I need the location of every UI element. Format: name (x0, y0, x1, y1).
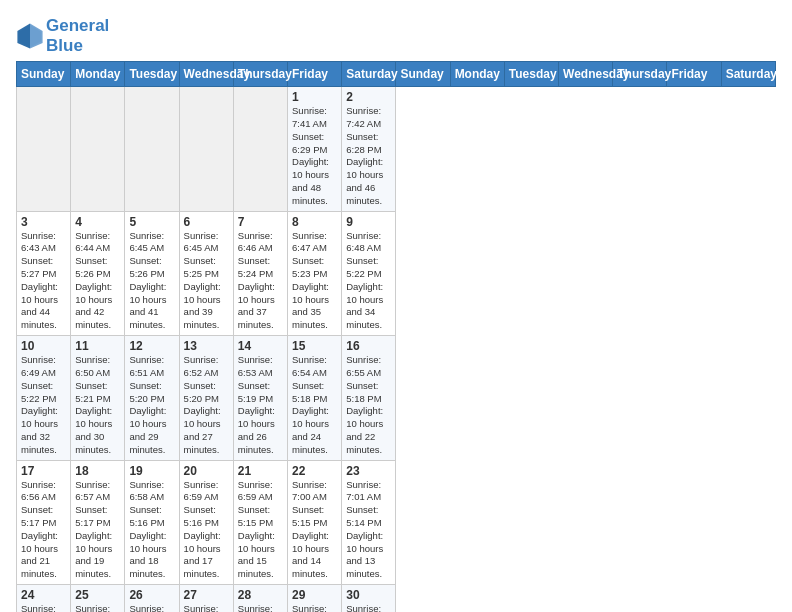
day-number: 8 (292, 215, 337, 229)
day-info: Sunrise: 7:07 AM Sunset: 5:13 PM Dayligh… (292, 603, 337, 612)
weekday-header: Monday (450, 62, 504, 87)
calendar-cell: 9Sunrise: 6:48 AM Sunset: 5:22 PM Daylig… (342, 211, 396, 336)
logo-icon (16, 22, 44, 50)
day-number: 3 (21, 215, 66, 229)
calendar-cell: 21Sunrise: 6:59 AM Sunset: 5:15 PM Dayli… (233, 460, 287, 585)
calendar-week-row: 1Sunrise: 7:41 AM Sunset: 6:29 PM Daylig… (17, 87, 776, 212)
day-number: 17 (21, 464, 66, 478)
calendar-header-row: SundayMondayTuesdayWednesdayThursdayFrid… (17, 62, 776, 87)
header: General Blue (16, 12, 776, 55)
calendar-cell: 10Sunrise: 6:49 AM Sunset: 5:22 PM Dayli… (17, 336, 71, 461)
calendar-cell: 16Sunrise: 6:55 AM Sunset: 5:18 PM Dayli… (342, 336, 396, 461)
day-number: 29 (292, 588, 337, 602)
day-info: Sunrise: 7:05 AM Sunset: 5:13 PM Dayligh… (184, 603, 229, 612)
day-number: 19 (129, 464, 174, 478)
calendar-cell: 30Sunrise: 7:08 AM Sunset: 5:13 PM Dayli… (342, 585, 396, 612)
day-info: Sunrise: 6:48 AM Sunset: 5:22 PM Dayligh… (346, 230, 391, 333)
day-number: 12 (129, 339, 174, 353)
day-number: 13 (184, 339, 229, 353)
weekday-header-tuesday: Tuesday (125, 62, 179, 87)
weekday-header: Thursday (613, 62, 667, 87)
calendar-cell: 3Sunrise: 6:43 AM Sunset: 5:27 PM Daylig… (17, 211, 71, 336)
weekday-header: Wednesday (559, 62, 613, 87)
day-number: 25 (75, 588, 120, 602)
calendar-week-row: 24Sunrise: 7:02 AM Sunset: 5:14 PM Dayli… (17, 585, 776, 612)
day-info: Sunrise: 6:52 AM Sunset: 5:20 PM Dayligh… (184, 354, 229, 457)
calendar-cell: 7Sunrise: 6:46 AM Sunset: 5:24 PM Daylig… (233, 211, 287, 336)
day-number: 5 (129, 215, 174, 229)
day-info: Sunrise: 7:06 AM Sunset: 5:13 PM Dayligh… (238, 603, 283, 612)
calendar-cell: 29Sunrise: 7:07 AM Sunset: 5:13 PM Dayli… (288, 585, 342, 612)
day-number: 23 (346, 464, 391, 478)
day-number: 27 (184, 588, 229, 602)
calendar-cell: 1Sunrise: 7:41 AM Sunset: 6:29 PM Daylig… (288, 87, 342, 212)
calendar-cell: 27Sunrise: 7:05 AM Sunset: 5:13 PM Dayli… (179, 585, 233, 612)
calendar-cell: 2Sunrise: 7:42 AM Sunset: 6:28 PM Daylig… (342, 87, 396, 212)
day-number: 6 (184, 215, 229, 229)
calendar-cell: 23Sunrise: 7:01 AM Sunset: 5:14 PM Dayli… (342, 460, 396, 585)
page-container: General Blue SundayMondayTuesdayWednesda… (0, 0, 792, 612)
day-info: Sunrise: 7:08 AM Sunset: 5:13 PM Dayligh… (346, 603, 391, 612)
day-info: Sunrise: 6:55 AM Sunset: 5:18 PM Dayligh… (346, 354, 391, 457)
day-info: Sunrise: 6:44 AM Sunset: 5:26 PM Dayligh… (75, 230, 120, 333)
day-number: 4 (75, 215, 120, 229)
calendar-cell: 18Sunrise: 6:57 AM Sunset: 5:17 PM Dayli… (71, 460, 125, 585)
weekday-header-friday: Friday (288, 62, 342, 87)
calendar-week-row: 17Sunrise: 6:56 AM Sunset: 5:17 PM Dayli… (17, 460, 776, 585)
calendar-table: SundayMondayTuesdayWednesdayThursdayFrid… (16, 61, 776, 612)
calendar-cell: 19Sunrise: 6:58 AM Sunset: 5:16 PM Dayli… (125, 460, 179, 585)
day-info: Sunrise: 7:03 AM Sunset: 5:14 PM Dayligh… (75, 603, 120, 612)
day-number: 21 (238, 464, 283, 478)
day-info: Sunrise: 6:50 AM Sunset: 5:21 PM Dayligh… (75, 354, 120, 457)
weekday-header: Friday (667, 62, 721, 87)
day-number: 18 (75, 464, 120, 478)
weekday-header: Saturday (721, 62, 775, 87)
svg-marker-2 (17, 23, 30, 48)
svg-marker-1 (30, 23, 43, 48)
weekday-header-monday: Monday (71, 62, 125, 87)
calendar-cell: 28Sunrise: 7:06 AM Sunset: 5:13 PM Dayli… (233, 585, 287, 612)
calendar-cell: 5Sunrise: 6:45 AM Sunset: 5:26 PM Daylig… (125, 211, 179, 336)
day-number: 14 (238, 339, 283, 353)
day-info: Sunrise: 6:58 AM Sunset: 5:16 PM Dayligh… (129, 479, 174, 582)
day-info: Sunrise: 7:01 AM Sunset: 5:14 PM Dayligh… (346, 479, 391, 582)
weekday-header-wednesday: Wednesday (179, 62, 233, 87)
day-info: Sunrise: 6:54 AM Sunset: 5:18 PM Dayligh… (292, 354, 337, 457)
weekday-header-saturday: Saturday (342, 62, 396, 87)
calendar-cell: 17Sunrise: 6:56 AM Sunset: 5:17 PM Dayli… (17, 460, 71, 585)
calendar-cell: 12Sunrise: 6:51 AM Sunset: 5:20 PM Dayli… (125, 336, 179, 461)
day-info: Sunrise: 6:59 AM Sunset: 5:15 PM Dayligh… (238, 479, 283, 582)
day-number: 30 (346, 588, 391, 602)
day-number: 11 (75, 339, 120, 353)
day-info: Sunrise: 6:47 AM Sunset: 5:23 PM Dayligh… (292, 230, 337, 333)
calendar-cell: 25Sunrise: 7:03 AM Sunset: 5:14 PM Dayli… (71, 585, 125, 612)
calendar-cell: 14Sunrise: 6:53 AM Sunset: 5:19 PM Dayli… (233, 336, 287, 461)
day-number: 16 (346, 339, 391, 353)
calendar-cell (233, 87, 287, 212)
day-info: Sunrise: 6:49 AM Sunset: 5:22 PM Dayligh… (21, 354, 66, 457)
day-number: 7 (238, 215, 283, 229)
calendar-cell (71, 87, 125, 212)
day-info: Sunrise: 7:41 AM Sunset: 6:29 PM Dayligh… (292, 105, 337, 208)
day-number: 20 (184, 464, 229, 478)
weekday-header: Sunday (396, 62, 450, 87)
weekday-header-thursday: Thursday (233, 62, 287, 87)
day-info: Sunrise: 6:57 AM Sunset: 5:17 PM Dayligh… (75, 479, 120, 582)
calendar-week-row: 10Sunrise: 6:49 AM Sunset: 5:22 PM Dayli… (17, 336, 776, 461)
logo: General Blue (16, 16, 109, 55)
day-info: Sunrise: 6:51 AM Sunset: 5:20 PM Dayligh… (129, 354, 174, 457)
day-number: 26 (129, 588, 174, 602)
day-info: Sunrise: 7:42 AM Sunset: 6:28 PM Dayligh… (346, 105, 391, 208)
logo-text: General Blue (46, 16, 109, 55)
day-number: 15 (292, 339, 337, 353)
day-info: Sunrise: 6:53 AM Sunset: 5:19 PM Dayligh… (238, 354, 283, 457)
day-info: Sunrise: 6:46 AM Sunset: 5:24 PM Dayligh… (238, 230, 283, 333)
day-number: 22 (292, 464, 337, 478)
day-info: Sunrise: 6:56 AM Sunset: 5:17 PM Dayligh… (21, 479, 66, 582)
calendar-cell: 11Sunrise: 6:50 AM Sunset: 5:21 PM Dayli… (71, 336, 125, 461)
calendar-cell: 24Sunrise: 7:02 AM Sunset: 5:14 PM Dayli… (17, 585, 71, 612)
day-number: 1 (292, 90, 337, 104)
weekday-header: Tuesday (504, 62, 558, 87)
day-number: 24 (21, 588, 66, 602)
calendar-cell: 20Sunrise: 6:59 AM Sunset: 5:16 PM Dayli… (179, 460, 233, 585)
